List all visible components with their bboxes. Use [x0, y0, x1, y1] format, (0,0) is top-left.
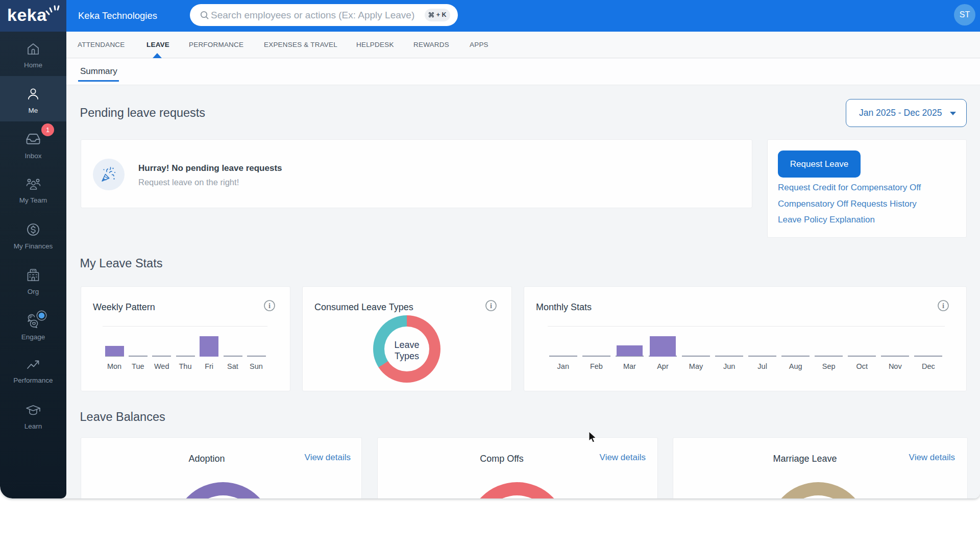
svg-text:i: i: [490, 302, 492, 310]
svg-text:i: i: [268, 302, 271, 310]
svg-text:i: i: [942, 302, 944, 310]
